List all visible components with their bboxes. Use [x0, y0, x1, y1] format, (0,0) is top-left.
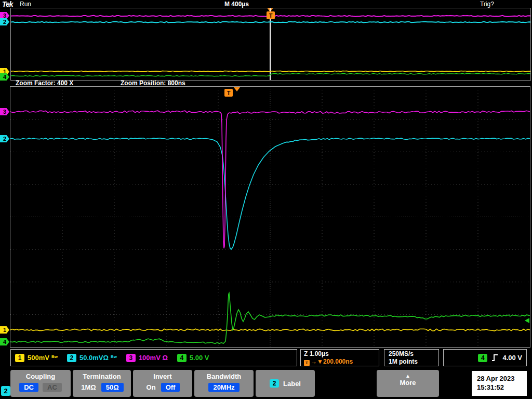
- ch1-bandwidth-limit-icon: Bw: [51, 354, 58, 359]
- ch4-scale: 5.00 V: [190, 354, 209, 362]
- ch1-scale: 500mV: [28, 354, 49, 362]
- label-title: Label: [283, 380, 301, 388]
- selected-channel-badge[interactable]: 2: [1, 386, 10, 396]
- zoom-factor-readout: Zoom Factor: 400 X: [16, 79, 73, 87]
- time-value: 15:31:52: [477, 383, 527, 392]
- coupling-ac-option[interactable]: AC: [43, 383, 62, 392]
- coupling-title: Coupling: [10, 370, 71, 380]
- ch3-badge[interactable]: 3: [126, 354, 136, 362]
- record-length: 1M points: [389, 358, 434, 366]
- ch2-overview-badge[interactable]: 2: [0, 18, 9, 25]
- bandwidth-button[interactable]: Bandwidth 20MHz: [194, 370, 254, 397]
- tek-logo: Tek: [2, 0, 13, 8]
- trace-ch1: [11, 71, 530, 72]
- date-value: 28 Apr 2023: [477, 374, 527, 383]
- termination-button[interactable]: Termination 1MΩ 50Ω: [73, 370, 131, 397]
- invert-on-option[interactable]: On: [145, 383, 157, 392]
- invert-title: Invert: [133, 370, 192, 380]
- zoom-reference-marker-icon[interactable]: [234, 87, 240, 91]
- channel-scale-readouts: 1 500mV Bw 2 50.0mVΩ Bw 3 100mV Ω 4 5.00…: [10, 349, 297, 366]
- zoom-z-label: Z: [304, 350, 308, 357]
- trigger-readout: 4 4.00 V: [443, 349, 527, 366]
- bandwidth-20mhz-option[interactable]: 20MHz: [208, 383, 239, 392]
- rising-edge-icon: [491, 354, 498, 362]
- trigger-source-badge[interactable]: 4: [478, 354, 487, 362]
- timebase-readout: M 400µs: [224, 1, 249, 8]
- ch1-zoom-badge[interactable]: 1: [0, 326, 9, 334]
- datetime-display: 28 Apr 2023 15:31:52: [472, 371, 527, 396]
- zoom-waveforms: [10, 87, 530, 347]
- zoom-scale-readout: Z 1.00µs T→▼200.000ns: [300, 349, 379, 366]
- trigger-icon: T: [304, 360, 310, 366]
- invert-off-option[interactable]: Off: [161, 383, 180, 392]
- trigger-status: Trig?: [480, 1, 494, 8]
- more-up-arrow-icon: ▲: [377, 370, 439, 379]
- termination-1mohm-option[interactable]: 1MΩ: [80, 383, 97, 392]
- termination-title: Termination: [73, 370, 131, 380]
- ch3-zoom-badge[interactable]: 3: [0, 108, 9, 115]
- ch2-scale: 50.0mVΩ: [79, 354, 109, 362]
- zoom-delay-value: 200.000ns: [323, 358, 353, 365]
- label-button[interactable]: 2 Label: [256, 370, 315, 397]
- zoom-trigger-marker[interactable]: T: [224, 89, 233, 97]
- acquisition-status: Run: [20, 1, 31, 8]
- zoom-scale-value: 1.00µs: [310, 350, 329, 357]
- ch3-scale: 100mV Ω: [139, 354, 168, 362]
- zoom-position-readout: Zoom Position: 800ns: [121, 79, 185, 87]
- zoom-info-bar: Zoom Factor: 400 X Zoom Position: 800ns: [0, 79, 532, 86]
- more-title: More: [377, 379, 439, 387]
- ch1-badge[interactable]: 1: [15, 354, 24, 362]
- ch2-bandwidth-limit-icon: Bw: [111, 354, 117, 359]
- label-channel-badge: 2: [270, 379, 279, 388]
- overview-trigger-marker[interactable]: T: [267, 11, 275, 19]
- ch2-zoom-badge[interactable]: 2: [0, 135, 9, 142]
- ch3-overview-badge[interactable]: 3: [0, 12, 9, 19]
- trigger-level-marker[interactable]: [525, 318, 529, 323]
- overview-window: T: [10, 8, 531, 81]
- invert-button[interactable]: Invert On Off: [133, 370, 192, 397]
- trigger-level-value: 4.00 V: [502, 354, 522, 362]
- bandwidth-title: Bandwidth: [194, 370, 254, 380]
- ch2-badge[interactable]: 2: [67, 354, 76, 362]
- top-status-bar: Tek Run M 400µs Trig?: [0, 0, 532, 8]
- ch4-badge[interactable]: 4: [177, 354, 187, 362]
- acquisition-readout: 250MS/s 1M points: [384, 349, 439, 366]
- zoom-delay-arrows: →▼: [311, 358, 323, 365]
- trace-ch4: [10, 293, 530, 343]
- ch4-zoom-badge[interactable]: 4: [0, 338, 9, 345]
- termination-50ohm-option[interactable]: 50Ω: [101, 383, 124, 392]
- trace-ch3: [10, 111, 530, 248]
- zoom-window: [10, 86, 530, 348]
- sample-rate: 250MS/s: [389, 350, 434, 358]
- oscilloscope-screen: Tek Run M 400µs Trig? T 3 2 1 4 Zoom Fac…: [0, 0, 532, 399]
- coupling-button[interactable]: Coupling DC AC: [10, 370, 71, 397]
- coupling-dc-option[interactable]: DC: [19, 383, 38, 392]
- more-button[interactable]: ▲ More: [377, 370, 439, 397]
